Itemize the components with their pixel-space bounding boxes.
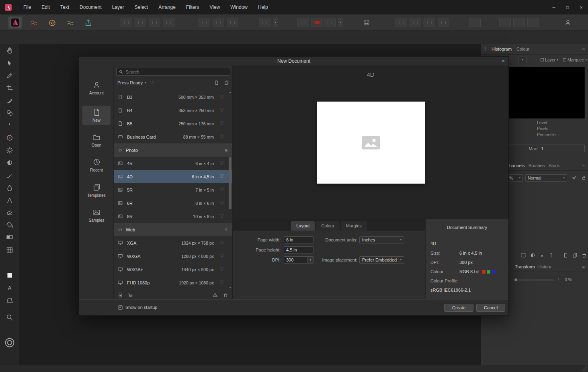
flood-fill-tool-icon[interactable] — [6, 221, 14, 229]
blend-mode-select[interactable]: Normal▾ — [525, 174, 567, 182]
category-select[interactable]: Press Ready▾ — [117, 80, 146, 85]
mask-icon[interactable] — [530, 252, 536, 258]
menu-item-document[interactable]: Document — [74, 0, 107, 14]
tone-mapping-persona-button[interactable] — [64, 17, 77, 28]
favourite-icon[interactable]: ♡ — [219, 200, 224, 205]
resize-grip-icon[interactable] — [582, 366, 587, 371]
panel-drag-handle[interactable]: ║ — [484, 47, 486, 51]
toolbar-button[interactable] — [259, 18, 270, 27]
add-preset-icon[interactable] — [117, 292, 123, 298]
create-button[interactable]: Create — [444, 304, 473, 312]
preset-b3[interactable]: B3500 mm × 353 mm♡ — [114, 90, 232, 104]
colour-swatch-button[interactable] — [311, 18, 323, 27]
dodge-brush-tool-icon[interactable] — [6, 146, 14, 154]
export-persona-button[interactable] — [82, 17, 95, 28]
preset-4r[interactable]: 4R6 in × 4 in♡ — [114, 157, 232, 170]
menu-item-edit[interactable]: Edit — [36, 0, 55, 14]
menu-item-help[interactable]: Help — [253, 0, 273, 14]
tab-brushes[interactable]: Brushes — [529, 163, 545, 168]
tab-colour[interactable]: Colour — [316, 221, 339, 231]
toolbar-button[interactable] — [410, 18, 421, 27]
favourite-icon[interactable]: ♡ — [219, 187, 224, 192]
plus-icon[interactable]: + — [557, 276, 560, 281]
dialog-titlebar[interactable]: New Document × — [79, 57, 508, 65]
scrollbar-thumb[interactable] — [229, 157, 232, 209]
view-tool-icon[interactable] — [6, 46, 14, 54]
assistant-button[interactable] — [361, 18, 372, 27]
smudge-brush-tool-icon[interactable] — [6, 172, 14, 180]
menu-item-view[interactable]: View — [205, 0, 225, 14]
preset-wxga-[interactable]: WXGA+1440 px × 900 px♡ — [114, 263, 232, 276]
red-eye-removal-tool-icon[interactable] — [6, 134, 14, 142]
cancel-button[interactable]: Cancel — [476, 304, 505, 312]
colour-swatch-icon[interactable] — [6, 271, 14, 279]
blur-brush-tool-icon[interactable] — [6, 184, 14, 192]
category-favourite-icon[interactable]: ♡ — [150, 80, 155, 85]
clone-stamp-tool-icon[interactable] — [6, 109, 14, 117]
crop-tool-icon[interactable] — [6, 84, 14, 92]
toolbar-button[interactable] — [424, 18, 435, 27]
maximize-button[interactable]: □ — [561, 0, 574, 14]
dialog-nav-templates[interactable]: Templates — [82, 181, 111, 200]
dpi-input[interactable] — [284, 256, 308, 264]
colour-picker-tool-icon[interactable] — [6, 72, 14, 80]
panel-menu-icon[interactable]: ≡ — [582, 163, 585, 169]
favourite-icon[interactable]: ♡ — [219, 108, 224, 112]
erase-brush-tool-icon[interactable] — [6, 208, 14, 216]
dropdown-chevron-icon[interactable]: ▾ — [273, 18, 278, 27]
liquify-persona-button[interactable] — [27, 17, 41, 28]
selection-icon[interactable] — [520, 252, 527, 258]
tab-history[interactable]: History — [537, 264, 551, 269]
favourite-icon[interactable]: ♡ — [219, 94, 224, 99]
tab-histogram[interactable]: Histogram — [492, 47, 512, 51]
toolbar-button[interactable] — [438, 18, 449, 27]
tab-layout[interactable]: Layout — [291, 221, 315, 231]
favourite-icon[interactable]: ♡ — [219, 134, 224, 139]
toolbar-button[interactable] — [513, 18, 525, 27]
preset-business-card[interactable]: Business Card88 mm × 55 mm♡ — [114, 130, 232, 143]
new-group-icon[interactable] — [572, 252, 578, 258]
dropdown-chevron-icon[interactable]: ▾ — [338, 18, 343, 27]
toolbar-button[interactable] — [121, 18, 132, 27]
adjustment-icon[interactable] — [548, 252, 554, 258]
dialog-nav-recent[interactable]: Recent — [82, 155, 111, 175]
scroll-down-icon[interactable]: ▾ — [228, 286, 232, 289]
preset-xga[interactable]: XGA1024 px × 768 px♡ — [114, 236, 232, 249]
new-from-clipboard-icon[interactable] — [224, 80, 229, 86]
scroll-up-icon[interactable]: ▴ — [228, 90, 232, 94]
histogram-layer-select[interactable]: Layer▾ — [541, 57, 558, 62]
warning-icon[interactable] — [212, 292, 218, 298]
mesh-warp-tool-icon[interactable] — [6, 246, 14, 254]
add-category-icon[interactable] — [128, 292, 134, 298]
shape-tool-icon[interactable] — [6, 296, 14, 305]
image-placement-select[interactable]: Prefer Embedded▾ — [359, 256, 404, 264]
burn-brush-tool-icon[interactable] — [6, 159, 14, 167]
account-button[interactable] — [562, 18, 574, 27]
preset-scrollbar[interactable]: ▴ ▾ — [228, 90, 232, 289]
colour-selector-icon[interactable] — [4, 337, 16, 349]
preset-6r[interactable]: 6R8 in × 6 in♡ — [114, 196, 232, 210]
tab-transform[interactable]: Transform — [515, 264, 535, 269]
favourite-icon[interactable]: ♡ — [219, 214, 224, 219]
photo-persona-button[interactable] — [8, 16, 22, 29]
page-height-input[interactable] — [284, 246, 313, 253]
close-button[interactable]: × — [574, 0, 588, 14]
dialog-nav-samples[interactable]: Samples — [82, 206, 111, 225]
lock-icon[interactable] — [581, 175, 587, 181]
preset-b4[interactable]: B4353 mm × 250 mm♡ — [114, 104, 232, 117]
menu-item-filters[interactable]: Filters — [181, 0, 205, 14]
toolbar-button[interactable] — [527, 18, 539, 27]
preset-5r[interactable]: 5R7 in × 5 in♡ — [114, 183, 232, 196]
tab-stock[interactable]: Stock — [549, 163, 560, 168]
toolbar-button[interactable] — [163, 18, 174, 27]
tab-margins[interactable]: Margins — [341, 221, 367, 231]
toolbar-button[interactable] — [227, 18, 238, 27]
panel-menu-icon[interactable]: ≡ — [582, 264, 585, 270]
toolbar-button[interactable] — [297, 18, 309, 27]
minimize-button[interactable]: ─ — [547, 0, 561, 14]
menu-item-window[interactable]: Window — [225, 0, 253, 14]
layer-opacity-select[interactable]: %▾ — [507, 174, 523, 182]
menu-item-file[interactable]: File — [18, 0, 36, 14]
menu-item-select[interactable]: Select — [129, 0, 153, 14]
preset-8r[interactable]: 8R10 in × 8 in♡ — [114, 210, 232, 223]
